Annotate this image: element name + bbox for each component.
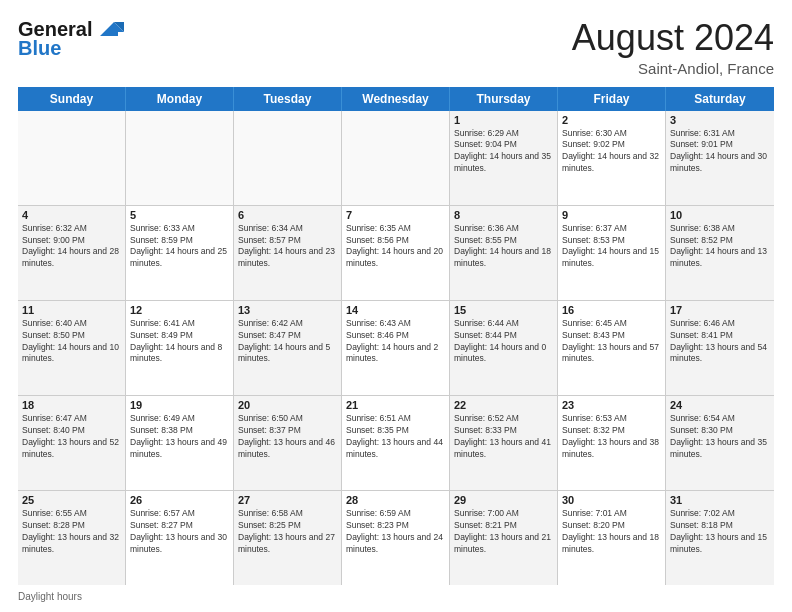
cell-info: Sunrise: 6:41 AM Sunset: 8:49 PM Dayligh…: [130, 318, 229, 366]
header-day-wednesday: Wednesday: [342, 87, 450, 111]
cell-info: Sunrise: 6:57 AM Sunset: 8:27 PM Dayligh…: [130, 508, 229, 556]
day-number-31: 31: [670, 494, 770, 506]
logo-blue: Blue: [18, 38, 61, 58]
week-row-1: 1Sunrise: 6:29 AM Sunset: 9:04 PM Daylig…: [18, 111, 774, 206]
day-number-1: 1: [454, 114, 553, 126]
header-day-sunday: Sunday: [18, 87, 126, 111]
table-row: 1Sunrise: 6:29 AM Sunset: 9:04 PM Daylig…: [450, 111, 558, 205]
table-row: 19Sunrise: 6:49 AM Sunset: 8:38 PM Dayli…: [126, 396, 234, 490]
day-number-27: 27: [238, 494, 337, 506]
table-row: 5Sunrise: 6:33 AM Sunset: 8:59 PM Daylig…: [126, 206, 234, 300]
logo: General Blue: [18, 18, 126, 58]
cell-info: Sunrise: 6:53 AM Sunset: 8:32 PM Dayligh…: [562, 413, 661, 461]
cell-info: Sunrise: 6:38 AM Sunset: 8:52 PM Dayligh…: [670, 223, 770, 271]
table-row: [234, 111, 342, 205]
table-row: [126, 111, 234, 205]
day-number-21: 21: [346, 399, 445, 411]
day-number-17: 17: [670, 304, 770, 316]
cell-info: Sunrise: 6:46 AM Sunset: 8:41 PM Dayligh…: [670, 318, 770, 366]
table-row: 2Sunrise: 6:30 AM Sunset: 9:02 PM Daylig…: [558, 111, 666, 205]
table-row: 29Sunrise: 7:00 AM Sunset: 8:21 PM Dayli…: [450, 491, 558, 585]
table-row: 21Sunrise: 6:51 AM Sunset: 8:35 PM Dayli…: [342, 396, 450, 490]
cell-info: Sunrise: 6:35 AM Sunset: 8:56 PM Dayligh…: [346, 223, 445, 271]
cell-info: Sunrise: 6:40 AM Sunset: 8:50 PM Dayligh…: [22, 318, 121, 366]
table-row: 18Sunrise: 6:47 AM Sunset: 8:40 PM Dayli…: [18, 396, 126, 490]
calendar: SundayMondayTuesdayWednesdayThursdayFrid…: [18, 87, 774, 585]
day-number-4: 4: [22, 209, 121, 221]
day-number-5: 5: [130, 209, 229, 221]
header: General Blue August 2024 Saint-Andiol, F…: [18, 18, 774, 77]
cell-info: Sunrise: 6:29 AM Sunset: 9:04 PM Dayligh…: [454, 128, 553, 176]
day-number-7: 7: [346, 209, 445, 221]
table-row: 11Sunrise: 6:40 AM Sunset: 8:50 PM Dayli…: [18, 301, 126, 395]
table-row: 12Sunrise: 6:41 AM Sunset: 8:49 PM Dayli…: [126, 301, 234, 395]
cell-info: Sunrise: 6:42 AM Sunset: 8:47 PM Dayligh…: [238, 318, 337, 366]
cell-info: Sunrise: 6:45 AM Sunset: 8:43 PM Dayligh…: [562, 318, 661, 366]
cell-info: Sunrise: 6:54 AM Sunset: 8:30 PM Dayligh…: [670, 413, 770, 461]
table-row: 3Sunrise: 6:31 AM Sunset: 9:01 PM Daylig…: [666, 111, 774, 205]
cell-info: Sunrise: 6:51 AM Sunset: 8:35 PM Dayligh…: [346, 413, 445, 461]
day-number-19: 19: [130, 399, 229, 411]
table-row: 10Sunrise: 6:38 AM Sunset: 8:52 PM Dayli…: [666, 206, 774, 300]
header-day-thursday: Thursday: [450, 87, 558, 111]
header-day-friday: Friday: [558, 87, 666, 111]
cell-info: Sunrise: 6:59 AM Sunset: 8:23 PM Dayligh…: [346, 508, 445, 556]
header-day-monday: Monday: [126, 87, 234, 111]
footer-label: Daylight hours: [18, 591, 82, 602]
table-row: 6Sunrise: 6:34 AM Sunset: 8:57 PM Daylig…: [234, 206, 342, 300]
week-row-5: 25Sunrise: 6:55 AM Sunset: 8:28 PM Dayli…: [18, 491, 774, 585]
day-number-25: 25: [22, 494, 121, 506]
page: General Blue August 2024 Saint-Andiol, F…: [0, 0, 792, 612]
table-row: 24Sunrise: 6:54 AM Sunset: 8:30 PM Dayli…: [666, 396, 774, 490]
day-number-2: 2: [562, 114, 661, 126]
title-block: August 2024 Saint-Andiol, France: [572, 18, 774, 77]
day-number-11: 11: [22, 304, 121, 316]
table-row: 28Sunrise: 6:59 AM Sunset: 8:23 PM Dayli…: [342, 491, 450, 585]
day-number-30: 30: [562, 494, 661, 506]
cell-info: Sunrise: 6:44 AM Sunset: 8:44 PM Dayligh…: [454, 318, 553, 366]
day-number-6: 6: [238, 209, 337, 221]
day-number-28: 28: [346, 494, 445, 506]
cell-info: Sunrise: 6:31 AM Sunset: 9:01 PM Dayligh…: [670, 128, 770, 176]
table-row: 13Sunrise: 6:42 AM Sunset: 8:47 PM Dayli…: [234, 301, 342, 395]
table-row: 23Sunrise: 6:53 AM Sunset: 8:32 PM Dayli…: [558, 396, 666, 490]
day-number-3: 3: [670, 114, 770, 126]
table-row: 20Sunrise: 6:50 AM Sunset: 8:37 PM Dayli…: [234, 396, 342, 490]
cell-info: Sunrise: 6:34 AM Sunset: 8:57 PM Dayligh…: [238, 223, 337, 271]
table-row: 22Sunrise: 6:52 AM Sunset: 8:33 PM Dayli…: [450, 396, 558, 490]
cell-info: Sunrise: 6:43 AM Sunset: 8:46 PM Dayligh…: [346, 318, 445, 366]
cell-info: Sunrise: 7:00 AM Sunset: 8:21 PM Dayligh…: [454, 508, 553, 556]
day-number-24: 24: [670, 399, 770, 411]
footer: Daylight hours: [18, 591, 774, 602]
cell-info: Sunrise: 7:02 AM Sunset: 8:18 PM Dayligh…: [670, 508, 770, 556]
week-row-4: 18Sunrise: 6:47 AM Sunset: 8:40 PM Dayli…: [18, 396, 774, 491]
day-number-14: 14: [346, 304, 445, 316]
table-row: 25Sunrise: 6:55 AM Sunset: 8:28 PM Dayli…: [18, 491, 126, 585]
table-row: 9Sunrise: 6:37 AM Sunset: 8:53 PM Daylig…: [558, 206, 666, 300]
header-day-saturday: Saturday: [666, 87, 774, 111]
cell-info: Sunrise: 6:52 AM Sunset: 8:33 PM Dayligh…: [454, 413, 553, 461]
cell-info: Sunrise: 6:47 AM Sunset: 8:40 PM Dayligh…: [22, 413, 121, 461]
cell-info: Sunrise: 6:37 AM Sunset: 8:53 PM Dayligh…: [562, 223, 661, 271]
table-row: 7Sunrise: 6:35 AM Sunset: 8:56 PM Daylig…: [342, 206, 450, 300]
table-row: 17Sunrise: 6:46 AM Sunset: 8:41 PM Dayli…: [666, 301, 774, 395]
day-number-23: 23: [562, 399, 661, 411]
cell-info: Sunrise: 6:50 AM Sunset: 8:37 PM Dayligh…: [238, 413, 337, 461]
day-number-15: 15: [454, 304, 553, 316]
table-row: [18, 111, 126, 205]
table-row: 4Sunrise: 6:32 AM Sunset: 9:00 PM Daylig…: [18, 206, 126, 300]
cell-info: Sunrise: 6:55 AM Sunset: 8:28 PM Dayligh…: [22, 508, 121, 556]
day-number-8: 8: [454, 209, 553, 221]
table-row: 14Sunrise: 6:43 AM Sunset: 8:46 PM Dayli…: [342, 301, 450, 395]
day-number-13: 13: [238, 304, 337, 316]
table-row: 27Sunrise: 6:58 AM Sunset: 8:25 PM Dayli…: [234, 491, 342, 585]
day-number-18: 18: [22, 399, 121, 411]
day-number-22: 22: [454, 399, 553, 411]
cell-info: Sunrise: 6:58 AM Sunset: 8:25 PM Dayligh…: [238, 508, 337, 556]
cell-info: Sunrise: 6:30 AM Sunset: 9:02 PM Dayligh…: [562, 128, 661, 176]
location: Saint-Andiol, France: [572, 60, 774, 77]
table-row: 26Sunrise: 6:57 AM Sunset: 8:27 PM Dayli…: [126, 491, 234, 585]
cell-info: Sunrise: 6:33 AM Sunset: 8:59 PM Dayligh…: [130, 223, 229, 271]
calendar-body: 1Sunrise: 6:29 AM Sunset: 9:04 PM Daylig…: [18, 111, 774, 585]
week-row-2: 4Sunrise: 6:32 AM Sunset: 9:00 PM Daylig…: [18, 206, 774, 301]
